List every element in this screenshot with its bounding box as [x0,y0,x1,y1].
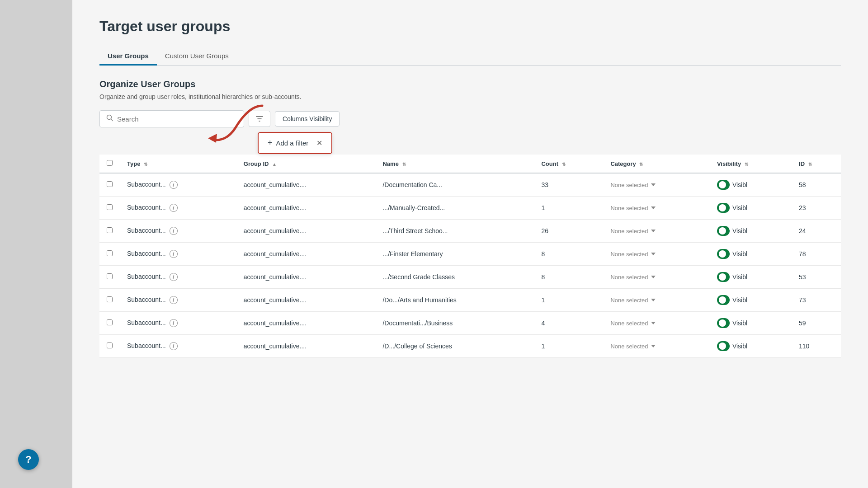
toggle-on[interactable] [717,226,730,236]
row-count: 4 [534,312,603,335]
row-category[interactable]: None selected [603,289,710,312]
row-count: 1 [534,197,603,220]
search-box[interactable] [99,110,244,127]
chevron-down-icon [651,183,656,186]
col-group-id: Group ID ▲ [236,155,376,173]
info-icon[interactable]: i [170,273,178,281]
row-checkbox-cell [99,266,120,289]
table-row: Subaccount... i account_cumulative.... .… [99,197,841,220]
svg-marker-2 [208,134,217,143]
row-name: /D.../College of Sciences [375,335,534,358]
toggle-on[interactable] [717,341,730,351]
info-icon[interactable]: i [170,204,178,212]
visibility-label: Visibl [732,227,747,235]
search-input[interactable] [117,115,237,123]
row-checkbox-cell [99,335,120,358]
visibility-label: Visibl [732,296,747,304]
row-id: 59 [792,312,841,335]
row-id: 78 [792,243,841,266]
visibility-label: Visibl [732,181,747,188]
row-id: 24 [792,220,841,243]
add-filter-box[interactable]: + Add a filter ✕ [258,132,332,154]
row-name: .../Third Street Schoo... [375,220,534,243]
chevron-down-icon [651,322,656,324]
arrow-annotation [185,101,267,157]
select-all-checkbox[interactable] [107,160,113,166]
row-category[interactable]: None selected [603,243,710,266]
row-checkbox[interactable] [107,319,113,325]
info-icon[interactable]: i [170,227,178,235]
row-type: Subaccount... i [120,312,236,335]
toggle-on[interactable] [717,272,730,282]
row-visibility[interactable]: Visibl [710,243,792,266]
sort-icon-name: ⇅ [402,162,406,167]
info-icon[interactable]: i [170,296,178,304]
col-count: Count ⇅ [534,155,603,173]
row-visibility[interactable]: Visibl [710,197,792,220]
row-type: Subaccount... i [120,243,236,266]
filter-icon [255,115,264,123]
visibility-label: Visibl [732,319,747,327]
sort-icon-id: ⇅ [808,162,812,167]
table-row: Subaccount... i account_cumulative.... .… [99,266,841,289]
plus-icon: + [268,138,273,148]
row-group-id: account_cumulative.... [236,243,376,266]
help-button[interactable]: ? [18,449,39,470]
row-visibility[interactable]: Visibl [710,312,792,335]
toggle-on[interactable] [717,318,730,328]
row-checkbox[interactable] [107,296,113,302]
row-checkbox[interactable] [107,343,113,348]
toggle-on[interactable] [717,203,730,213]
columns-visibility-button[interactable]: Columns Visibility [275,111,340,127]
chevron-down-icon [651,299,656,301]
info-icon[interactable]: i [170,181,178,189]
row-checkbox-cell [99,197,120,220]
row-visibility[interactable]: Visibl [710,266,792,289]
row-category[interactable]: None selected [603,197,710,220]
row-checkbox[interactable] [107,204,113,210]
row-checkbox[interactable] [107,250,113,256]
info-icon[interactable]: i [170,342,178,350]
row-checkbox-cell [99,220,120,243]
row-group-id: account_cumulative.... [236,335,376,358]
table-row: Subaccount... i account_cumulative.... /… [99,335,841,358]
row-count: 1 [534,335,603,358]
row-visibility[interactable]: Visibl [710,220,792,243]
toggle-on[interactable] [717,295,730,305]
toggle-on[interactable] [717,180,730,190]
info-icon[interactable]: i [170,319,178,327]
row-name: .../Second Grade Classes [375,266,534,289]
sort-icon-type: ⇅ [144,162,147,167]
col-visibility: Visibility ⇅ [710,155,792,173]
row-category[interactable]: None selected [603,220,710,243]
toolbar: Columns Visibility [99,110,841,127]
section-title: Organize User Groups [99,79,841,89]
row-id: 23 [792,197,841,220]
row-category[interactable]: None selected [603,335,710,358]
row-id: 58 [792,173,841,197]
row-visibility[interactable]: Visibl [710,335,792,358]
row-checkbox[interactable] [107,181,113,187]
row-visibility[interactable]: Visibl [710,173,792,197]
tab-user-groups[interactable]: User Groups [99,47,157,66]
row-count: 8 [534,243,603,266]
row-name: /Do.../Arts and Humanities [375,289,534,312]
row-checkbox[interactable] [107,273,113,279]
row-visibility[interactable]: Visibl [710,289,792,312]
close-icon[interactable]: ✕ [316,139,322,147]
row-category[interactable]: None selected [603,312,710,335]
row-category[interactable]: None selected [603,266,710,289]
visibility-label: Visibl [732,343,747,350]
tab-custom-user-groups[interactable]: Custom User Groups [157,47,237,66]
filter-button[interactable] [249,111,270,127]
row-category[interactable]: None selected [603,173,710,197]
table-row: Subaccount... i account_cumulative.... .… [99,243,841,266]
row-id: 110 [792,335,841,358]
row-checkbox[interactable] [107,227,113,233]
toggle-on[interactable] [717,249,730,259]
chevron-down-icon [651,253,656,255]
row-count: 1 [534,289,603,312]
sort-icon-visibility: ⇅ [745,162,748,167]
data-table: Type ⇅ Group ID ▲ Name ⇅ Count ⇅ Categor… [99,155,841,358]
info-icon[interactable]: i [170,250,178,258]
